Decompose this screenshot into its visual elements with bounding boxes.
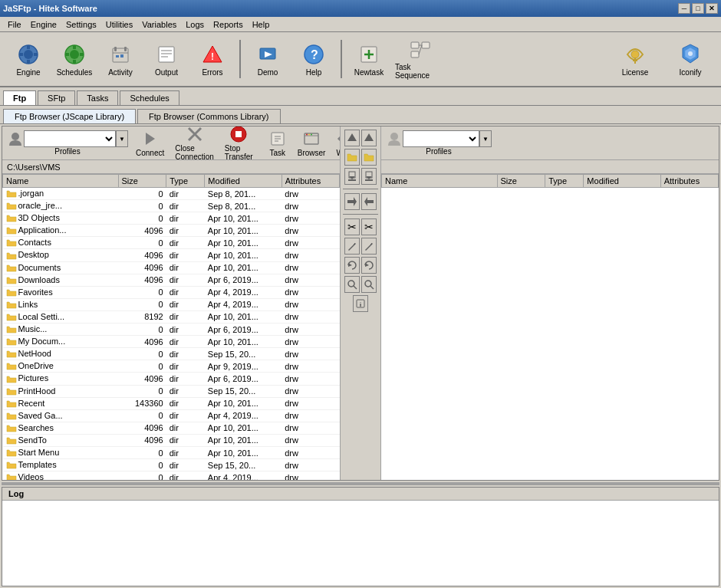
up-right-button[interactable]: [361, 130, 377, 146]
right-profiles-arrow[interactable]: ▼: [479, 130, 492, 147]
upload-right-button[interactable]: [361, 168, 377, 185]
svg-rect-16: [116, 55, 119, 57]
new-folder-right-button[interactable]: [361, 149, 377, 166]
stop-transfer-button[interactable]: Stop Transfer: [222, 126, 256, 163]
table-row[interactable]: PrintHood0dirSep 15, 20...drw: [3, 385, 340, 397]
table-row[interactable]: Pictures4096dirApr 6, 2019...drw: [3, 373, 340, 385]
table-row[interactable]: Searches4096dirApr 10, 201...drw: [3, 422, 340, 434]
toolbar-tasksequence-button[interactable]: Task Sequence: [393, 36, 448, 82]
profiles-dropdown-arrow[interactable]: ▼: [116, 130, 128, 147]
tab-sftp[interactable]: SFtp: [38, 90, 75, 105]
right-profiles-select[interactable]: [403, 130, 479, 147]
app-title: JaSFtp - Hitek Software: [3, 4, 97, 13]
toolbar-help-button[interactable]: ? Help: [291, 36, 336, 82]
info-button[interactable]: [353, 295, 368, 312]
right-col-size-header[interactable]: Size: [497, 175, 545, 188]
cut-right-button[interactable]: ✂: [361, 218, 377, 235]
upload-left-button[interactable]: [344, 168, 360, 185]
col-name-header[interactable]: Name: [3, 175, 119, 188]
profiles-label: Profiles: [54, 147, 80, 156]
toolbar-activity-button[interactable]: Activity: [98, 36, 143, 82]
errors-label: Errors: [202, 68, 222, 77]
menu-settings[interactable]: Settings: [61, 18, 101, 31]
col-size-header[interactable]: Size: [118, 175, 166, 188]
connect-button[interactable]: Connect: [133, 128, 167, 159]
toolbar-newtask-button[interactable]: Newtask: [347, 36, 391, 82]
toolbar-demo-button[interactable]: Demo: [245, 36, 290, 82]
table-row[interactable]: .jorgan0dirSep 8, 201...drw: [3, 188, 340, 200]
table-row[interactable]: SendTo4096dirApr 10, 201...drw: [3, 434, 340, 446]
tab-ftp[interactable]: Ftp: [3, 90, 36, 105]
table-row[interactable]: Recent143360dirApr 10, 201...drw: [3, 397, 340, 409]
minimize-button[interactable]: ─: [678, 3, 690, 14]
edit-right-button[interactable]: [361, 238, 377, 255]
toolbar-errors-button[interactable]: ! Errors: [190, 36, 235, 82]
menu-reports[interactable]: Reports: [209, 18, 248, 31]
table-row[interactable]: Documents4096dirApr 10, 201...drw: [3, 261, 340, 274]
table-row[interactable]: oracle_jre...0dirSep 8, 201...drw: [3, 200, 340, 212]
table-row[interactable]: Templates0dirSep 15, 20...drw: [3, 459, 340, 471]
task-button[interactable]: Task: [265, 128, 290, 159]
right-col-name-header[interactable]: Name: [382, 175, 498, 188]
toolbar-license-button[interactable]: License: [611, 42, 660, 77]
sync-left-button[interactable]: [344, 257, 360, 274]
table-row[interactable]: Videos0dirApr 4, 2019...drw: [3, 471, 340, 480]
table-row[interactable]: Favorites0dirApr 4, 2019...drw: [3, 286, 340, 298]
table-row[interactable]: Links0dirApr 4, 2019...drw: [3, 298, 340, 310]
up-left-button[interactable]: [344, 130, 360, 146]
tab-ftp-jscape[interactable]: Ftp Browser (JScape Library): [3, 109, 136, 123]
col-attr-header[interactable]: Attributes: [281, 175, 339, 188]
table-row[interactable]: Saved Ga...0dirApr 4, 2019...drw: [3, 409, 340, 422]
menu-help[interactable]: Help: [248, 18, 275, 31]
menu-logs[interactable]: Logs: [181, 18, 209, 31]
close-connection-button[interactable]: Close Connection: [172, 126, 217, 163]
toolbar-engine-button[interactable]: Engine: [6, 36, 51, 82]
table-row[interactable]: Application...4096dirApr 10, 201...drw: [3, 225, 340, 237]
right-file-list[interactable]: Name Size Type Modified Attributes: [381, 174, 719, 480]
search-left-button[interactable]: [344, 276, 360, 293]
profiles-select[interactable]: [24, 130, 116, 147]
cut-left-button[interactable]: ✂: [344, 218, 360, 235]
left-file-list[interactable]: Name Size Type Modified Attributes .jorg…: [2, 174, 340, 480]
sync-buttons-row: [344, 257, 377, 274]
table-row[interactable]: Contacts0dirApr 10, 201...drw: [3, 237, 340, 249]
svg-rect-8: [73, 45, 76, 49]
resize-handle[interactable]: [2, 482, 719, 485]
col-type-header[interactable]: Type: [166, 175, 205, 188]
menu-engine[interactable]: Engine: [26, 18, 61, 31]
right-col-type-header[interactable]: Type: [545, 175, 584, 188]
table-row[interactable]: Start Menu0dirApr 10, 201...drw: [3, 446, 340, 458]
table-row[interactable]: Local Setti...8192dirApr 10, 201...drw: [3, 310, 340, 323]
tab-ftp-commons[interactable]: Ftp Browser (Commons Library): [137, 109, 280, 123]
table-row[interactable]: NetHood0dirSep 15, 20...drw: [3, 348, 340, 360]
transfer-left-button[interactable]: [361, 193, 377, 210]
new-folder-left-button[interactable]: [344, 149, 360, 166]
edit-left-button[interactable]: [344, 238, 360, 255]
tab-schedules[interactable]: Schedules: [120, 90, 179, 105]
maximize-button[interactable]: □: [692, 3, 704, 14]
transfer-right-button[interactable]: [344, 193, 360, 210]
toolbar-schedules-button[interactable]: Schedules: [52, 36, 97, 82]
table-row[interactable]: Downloads4096dirApr 6, 2019...drw: [3, 274, 340, 286]
menu-utilities[interactable]: Utilities: [101, 18, 137, 31]
table-row[interactable]: My Docum...4096dirApr 10, 201...drw: [3, 336, 340, 348]
search-right-button[interactable]: [361, 276, 377, 293]
menu-variables[interactable]: Variables: [137, 18, 181, 31]
table-row[interactable]: Music...0dirApr 6, 2019...drw: [3, 324, 340, 336]
close-button[interactable]: ✕: [706, 3, 718, 14]
transfer-sep1: [343, 189, 378, 189]
transfer-sep2: [343, 214, 378, 215]
table-row[interactable]: 3D Objects0dirApr 10, 201...drw: [3, 212, 340, 225]
right-col-modified-header[interactable]: Modified: [584, 175, 660, 188]
table-row[interactable]: OneDrive0dirApr 9, 2019...drw: [3, 360, 340, 373]
toolbar-iconify-button[interactable]: Iconify: [666, 42, 715, 77]
sync-right-button[interactable]: [361, 257, 377, 274]
browser-button[interactable]: Browser: [295, 128, 329, 159]
right-col-attr-header[interactable]: Attributes: [660, 175, 718, 188]
table-row[interactable]: Desktop4096dirApr 10, 201...drw: [3, 249, 340, 261]
col-modified-header[interactable]: Modified: [205, 175, 281, 188]
toolbar-output-button[interactable]: Output: [144, 36, 189, 82]
menu-file[interactable]: File: [3, 18, 26, 31]
demo-icon: [255, 42, 280, 67]
tab-tasks[interactable]: Tasks: [77, 90, 118, 105]
